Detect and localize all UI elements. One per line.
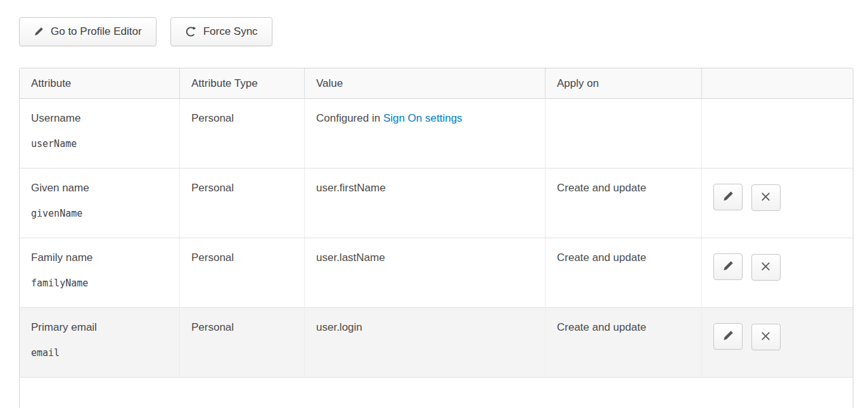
attribute-variable-name: familyName bbox=[31, 277, 168, 289]
column-header-attribute-type: Attribute Type bbox=[180, 68, 305, 99]
attribute-type-cell: Personal bbox=[180, 308, 305, 378]
go-to-profile-editor-button[interactable]: Go to Profile Editor bbox=[19, 17, 156, 46]
close-icon bbox=[760, 261, 771, 274]
sign-on-settings-link[interactable]: Sign On settings bbox=[383, 112, 463, 124]
toolbar: Go to Profile Editor Force Sync bbox=[19, 17, 852, 46]
table-row-given-name: Given name givenName Personal user.first… bbox=[20, 169, 853, 238]
attribute-type-cell: Personal bbox=[180, 238, 305, 308]
attribute-label: Primary email bbox=[31, 321, 168, 334]
filler-cell bbox=[20, 378, 853, 408]
actions-cell bbox=[702, 308, 853, 378]
table-row-primary-email: Primary email email Personal user.login … bbox=[20, 308, 853, 378]
attribute-variable-name: givenName bbox=[31, 208, 168, 219]
attribute-cell: Primary email email bbox=[20, 308, 180, 378]
pencil-icon bbox=[722, 191, 734, 204]
attribute-variable-name: userName bbox=[31, 138, 168, 150]
attribute-label: Given name bbox=[31, 182, 168, 194]
pencil-icon bbox=[722, 330, 734, 343]
force-sync-label: Force Sync bbox=[203, 25, 258, 38]
go-to-profile-editor-label: Go to Profile Editor bbox=[51, 25, 142, 38]
value-cell: user.lastName bbox=[305, 238, 546, 308]
value-cell: Configured inSign On settings bbox=[305, 99, 546, 169]
pencil-icon bbox=[722, 260, 734, 274]
apply-on-cell: Create and update bbox=[546, 238, 702, 308]
attribute-mapping-table: Attribute Attribute Type Value Apply on … bbox=[19, 68, 853, 408]
actions-cell bbox=[702, 169, 853, 238]
edit-mapping-button[interactable] bbox=[713, 253, 743, 280]
edit-mapping-button[interactable] bbox=[713, 323, 743, 350]
value-cell: user.firstName bbox=[305, 169, 546, 238]
apply-on-cell: Create and update bbox=[546, 169, 702, 238]
edit-mapping-button[interactable] bbox=[713, 184, 743, 210]
value-text: Configured in bbox=[316, 112, 380, 124]
apply-on-cell: Create and update bbox=[546, 308, 702, 378]
apply-on-cell bbox=[546, 99, 702, 169]
attribute-label: Family name bbox=[31, 252, 168, 264]
column-header-apply-on: Apply on bbox=[546, 68, 702, 99]
table-row-username: Username userName Personal Configured in… bbox=[20, 99, 853, 169]
column-header-actions bbox=[702, 68, 853, 99]
actions-cell bbox=[702, 238, 853, 308]
table-header-row: Attribute Attribute Type Value Apply on bbox=[20, 68, 853, 99]
attribute-cell: Given name givenName bbox=[20, 169, 180, 238]
table-row-family-name: Family name familyName Personal user.las… bbox=[20, 238, 853, 308]
delete-mapping-button[interactable] bbox=[751, 254, 781, 281]
close-icon bbox=[760, 191, 771, 204]
attribute-type-cell: Personal bbox=[180, 169, 305, 238]
attribute-cell: Username userName bbox=[20, 99, 180, 169]
attribute-variable-name: email bbox=[31, 347, 168, 359]
value-cell: user.login bbox=[305, 308, 546, 378]
pencil-icon bbox=[34, 27, 44, 37]
column-header-value: Value bbox=[305, 68, 546, 99]
actions-cell bbox=[702, 99, 853, 169]
close-icon bbox=[760, 331, 771, 343]
delete-mapping-button[interactable] bbox=[751, 184, 781, 211]
column-header-attribute: Attribute bbox=[20, 68, 180, 99]
refresh-icon bbox=[185, 26, 196, 37]
attribute-cell: Family name familyName bbox=[20, 238, 180, 308]
attribute-label: Username bbox=[31, 112, 168, 125]
delete-mapping-button[interactable] bbox=[751, 324, 781, 350]
attribute-type-cell: Personal bbox=[180, 99, 305, 169]
force-sync-button[interactable]: Force Sync bbox=[170, 17, 272, 46]
attribute-mappings-page: Go to Profile Editor Force Sync Attribut… bbox=[0, 0, 868, 408]
table-filler-row bbox=[20, 378, 853, 408]
